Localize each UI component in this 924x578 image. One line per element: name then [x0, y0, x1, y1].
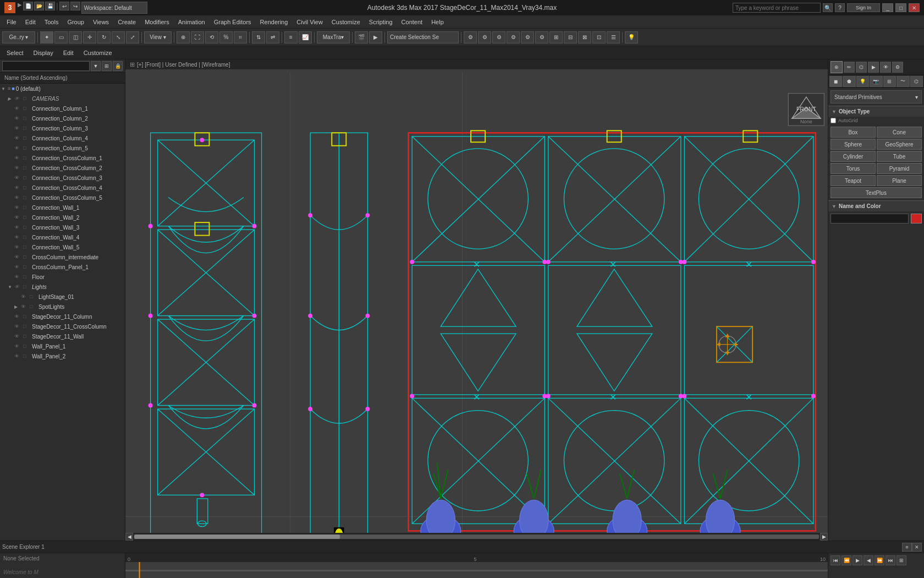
- teapot-btn[interactable]: Teapot: [831, 175, 876, 186]
- list-item[interactable]: ▶ 👁 □ Connection_Wall_2: [0, 212, 125, 222]
- info-btn[interactable]: ?: [835, 3, 845, 12]
- list-item[interactable]: ▶ 👁 □ Floor: [0, 272, 125, 282]
- se-options-footer-btn[interactable]: ≡: [902, 543, 912, 552]
- snap-btn[interactable]: ⛶: [191, 31, 204, 43]
- list-item[interactable]: ▶ 👁 □ Connection_Wall_1: [0, 203, 125, 212]
- rotate-btn[interactable]: ↻: [97, 31, 111, 43]
- subtb-edit[interactable]: Edit: [59, 48, 78, 57]
- workspace-dropdown[interactable]: Workspace: Default: [81, 2, 147, 14]
- render-setup-btn[interactable]: 🎬: [355, 31, 368, 43]
- list-item[interactable]: ▶ 👁 □ StageDecor_11_Wall: [0, 331, 125, 341]
- list-item-spotlights[interactable]: ▶ 👁 □ SpotLights: [0, 302, 125, 312]
- object-type-dropdown[interactable]: Standard Primitives ▾: [831, 90, 922, 103]
- se-close-footer-btn[interactable]: ✕: [912, 543, 922, 552]
- menu-edit[interactable]: Edit: [21, 18, 40, 26]
- redo-btn[interactable]: ↪: [70, 2, 80, 10]
- list-item[interactable]: ▶ 👁 □ LightStage_01: [0, 292, 125, 302]
- rp-cameras-tab[interactable]: 📷: [870, 76, 882, 87]
- open-btn[interactable]: 📂: [34, 2, 44, 10]
- hscroll-track[interactable]: [134, 535, 819, 539]
- rp-motion-tab[interactable]: ▶: [868, 62, 879, 73]
- list-item[interactable]: ▶ 👁 □ Connection_CrossColumn_1: [0, 153, 125, 163]
- menu-group[interactable]: Group: [63, 18, 89, 26]
- menu-help[interactable]: Help: [427, 18, 448, 26]
- menu-rendering[interactable]: Rendering: [256, 18, 293, 26]
- mirror-btn[interactable]: ⇅: [252, 31, 265, 43]
- select-filter-dropdown[interactable]: Ge..ry ▾: [2, 31, 35, 43]
- list-item[interactable]: ▶ 👁 □ CAMERAS: [0, 94, 125, 103]
- play-btn[interactable]: ▶: [853, 555, 862, 565]
- list-item[interactable]: ▶ 👁 □ Connection_CrossColumn_4: [0, 183, 125, 193]
- menu-graph-editors[interactable]: Graph Editors: [210, 18, 256, 26]
- quick-access-bar[interactable]: ▶ 📄 📂 💾 | ↩ ↪ Workspace: Default: [18, 2, 147, 14]
- reference-coord-dropdown[interactable]: View ▾: [144, 31, 172, 43]
- timeline-track[interactable]: 0 5 10: [125, 553, 828, 578]
- tools8-btn[interactable]: ⊞: [549, 31, 563, 43]
- menu-scripting[interactable]: Scripting: [365, 18, 397, 26]
- viewport-canvas[interactable]: ✕ ✕ ✕ ✕ ✕ ✕: [125, 69, 828, 541]
- rp-create-tab[interactable]: ⊕: [831, 61, 843, 73]
- menu-file[interactable]: File: [2, 18, 21, 26]
- object-name-input[interactable]: [831, 214, 909, 223]
- list-item[interactable]: ▶ 👁 □ Connection_Wall_4: [0, 232, 125, 242]
- subtb-select[interactable]: Select: [2, 48, 28, 57]
- textplus-btn[interactable]: TextPlus: [831, 187, 922, 198]
- maxtrac-dropdown[interactable]: MaxTra▾: [317, 31, 350, 43]
- subtb-display[interactable]: Display: [29, 48, 58, 57]
- tools5-btn[interactable]: ⚙: [507, 31, 520, 43]
- first-frame-btn[interactable]: ⏮: [831, 555, 840, 565]
- list-item[interactable]: ▶ 👁 □ StageDecor_11_CrossColumn: [0, 321, 125, 331]
- maximize-btn[interactable]: □: [895, 3, 906, 12]
- sphere-btn[interactable]: Sphere: [831, 139, 876, 150]
- rp-display-tab[interactable]: 👁: [880, 62, 891, 73]
- menu-civil-view[interactable]: Civil View: [292, 18, 327, 26]
- rp-systems-tab[interactable]: ⌬: [910, 76, 923, 87]
- tools4-btn[interactable]: ⚙: [492, 31, 505, 43]
- play-reverse-btn[interactable]: ◀: [864, 555, 873, 565]
- viewport-hscrollbar[interactable]: ◀ ▶: [125, 533, 828, 541]
- tools6-btn[interactable]: ⚙: [521, 31, 534, 43]
- se-list[interactable]: ▼ ≡ ■ 0 (default) ▶ 👁 □ CAMERAS ▶ 👁 □ Co…: [0, 84, 125, 541]
- autogrid-checkbox[interactable]: [831, 118, 836, 123]
- list-item[interactable]: ▶ 👁 □ Connection_Column_3: [0, 123, 125, 133]
- save-btn[interactable]: 💾: [45, 2, 55, 10]
- tools11-btn[interactable]: ⊡: [592, 31, 606, 43]
- torus-btn[interactable]: Torus: [831, 163, 876, 174]
- tools3-btn[interactable]: ⚙: [478, 31, 491, 43]
- cylinder-btn[interactable]: Cylinder: [831, 151, 876, 162]
- signin-btn[interactable]: Sign In: [847, 3, 880, 12]
- pyramid-btn[interactable]: Pyramid: [877, 163, 922, 174]
- color-swatch[interactable]: [911, 214, 922, 223]
- scroll-left-btn[interactable]: ◀: [125, 533, 133, 541]
- list-item[interactable]: ▼ ≡ ■ 0 (default): [0, 84, 125, 94]
- angle-snap-btn[interactable]: ⟲: [205, 31, 218, 43]
- object-type-section-header[interactable]: ▼ Object Type: [828, 106, 924, 117]
- geosphere-btn[interactable]: GeoSphere: [877, 139, 922, 150]
- viewport-plus-icon[interactable]: ⊞: [130, 61, 135, 68]
- menu-create[interactable]: Create: [113, 18, 140, 26]
- select-btn[interactable]: ✦: [40, 31, 53, 43]
- subtb-customize[interactable]: Customize: [79, 48, 117, 57]
- spinner-snap-btn[interactable]: ⌗: [234, 31, 247, 43]
- cone-btn[interactable]: Cone: [877, 127, 922, 138]
- tools7-btn[interactable]: ⚙: [535, 31, 548, 43]
- se-sort-header[interactable]: Name (Sorted Ascending): [0, 73, 125, 84]
- rp-geometry-tab[interactable]: ◼: [829, 76, 842, 87]
- list-item[interactable]: ▶ 👁 □ Connection_Column_4: [0, 133, 125, 143]
- rp-modify-tab[interactable]: ✏: [844, 62, 855, 73]
- rp-lights-tab[interactable]: 💡: [856, 76, 869, 87]
- list-item[interactable]: ▶ 👁 □ CrossColumn_Panel_1: [0, 262, 125, 272]
- rp-hierarchy-tab[interactable]: ⌬: [856, 62, 867, 73]
- menu-modifiers[interactable]: Modifiers: [140, 18, 174, 26]
- list-item[interactable]: ▶ 👁 □ CrossColumn_intermediate: [0, 252, 125, 262]
- name-color-section-header[interactable]: ▼ Name and Color: [828, 200, 924, 211]
- align-btn[interactable]: ⇌: [266, 31, 279, 43]
- box-btn[interactable]: Box: [831, 127, 876, 138]
- minimize-btn[interactable]: _: [882, 3, 893, 12]
- rp-helpers-tab[interactable]: ⊞: [883, 76, 896, 87]
- select-region-btn[interactable]: ▭: [54, 31, 68, 43]
- prev-frame-btn[interactable]: ⏪: [842, 555, 851, 565]
- undo-btn[interactable]: ↩: [59, 2, 69, 10]
- search-btn[interactable]: 🔍: [823, 3, 833, 12]
- se-search-input[interactable]: [2, 61, 90, 71]
